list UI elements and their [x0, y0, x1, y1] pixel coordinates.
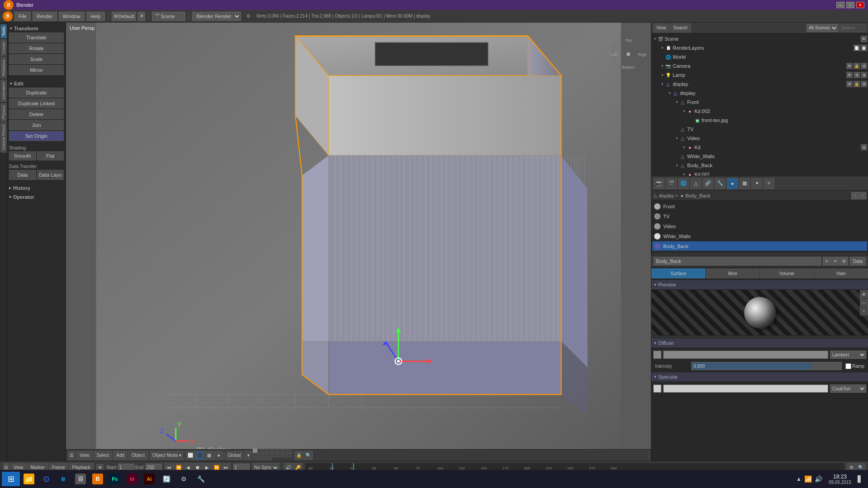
- layer-9[interactable]: [253, 453, 257, 457]
- help-menu[interactable]: Help: [86, 12, 105, 21]
- outliner-search-input[interactable]: [839, 24, 866, 32]
- prop-modifier-icon[interactable]: 🔧: [715, 178, 726, 189]
- mat-list-scrollbar[interactable]: [652, 253, 867, 255]
- data-layo-button[interactable]: Data Layo: [37, 170, 64, 180]
- layer-2[interactable]: [258, 449, 262, 453]
- prop-texture-icon[interactable]: ▦: [739, 178, 750, 189]
- rotate-button[interactable]: Rotate: [9, 43, 64, 53]
- diffuse-section-title[interactable]: Diffuse: [651, 338, 868, 347]
- start-button[interactable]: ⊞: [2, 472, 20, 486]
- preview-section-title[interactable]: Preview: [651, 280, 868, 289]
- display-vis1[interactable]: 👁: [846, 81, 853, 87]
- renderlayers-btn2[interactable]: 📋: [861, 45, 867, 51]
- layer-20[interactable]: [268, 458, 272, 461]
- view-button[interactable]: View: [76, 451, 93, 460]
- outliner-item-tv[interactable]: ▾ △ TV: [652, 125, 867, 134]
- outliner-item-video[interactable]: ▾ △ Video: [652, 134, 867, 143]
- prop-material-icon[interactable]: ●: [727, 178, 738, 189]
- data-button[interactable]: Data: [850, 257, 866, 265]
- lock-icon[interactable]: 🔒: [294, 451, 303, 460]
- mat-copy-btn[interactable]: ⊞: [840, 257, 848, 265]
- taskbar-illustrator[interactable]: Ai: [141, 472, 157, 486]
- breadcrumb-up-btn[interactable]: ↑: [851, 192, 859, 199]
- duplicate-linked-button[interactable]: Duplicate Linked: [9, 99, 64, 108]
- wireframe-icon[interactable]: ⬜: [186, 451, 195, 460]
- show-desktop-btn[interactable]: ▋: [858, 475, 863, 483]
- physics-tab[interactable]: Physics: [0, 103, 7, 122]
- outliner-item-lamp[interactable]: ▾ 💡 Lamp 👁 ⚙ ★: [652, 70, 867, 80]
- camera-lock-btn[interactable]: 🔒: [854, 63, 860, 69]
- taskbar-app11[interactable]: 🔧: [193, 472, 209, 486]
- display-vis2[interactable]: 🔒: [854, 81, 860, 87]
- material-item-front[interactable]: Front: [652, 202, 867, 211]
- set-origin-button[interactable]: Set Origin: [9, 131, 64, 141]
- layer-4[interactable]: [268, 449, 272, 453]
- outliner-search-btn[interactable]: Search: [670, 23, 691, 33]
- specular-section-title[interactable]: Specular: [651, 372, 868, 381]
- taskbar-app5[interactable]: B: [90, 472, 106, 486]
- viewport[interactable]: User Persp: [66, 23, 651, 461]
- mat-tab-volume[interactable]: Volume: [760, 268, 814, 278]
- render-menu[interactable]: Render: [33, 12, 57, 21]
- taskbar-chrome[interactable]: ⊙: [38, 472, 54, 486]
- scene-input[interactable]: [160, 14, 183, 19]
- prev-btn-1[interactable]: ⊞: [860, 290, 868, 298]
- layer-19[interactable]: [263, 458, 267, 461]
- outliner-item-display-mesh[interactable]: ▾ △ display: [652, 89, 867, 98]
- solid-icon[interactable]: ⬛: [195, 451, 204, 460]
- layer-15[interactable]: [283, 453, 287, 457]
- magnify-icon[interactable]: 🔍: [304, 451, 313, 460]
- lamp-extra2[interactable]: ★: [861, 72, 867, 78]
- ramp-checkbox[interactable]: [845, 363, 851, 369]
- window-menu[interactable]: Window: [59, 12, 85, 21]
- taskbar-app4[interactable]: 🖥: [72, 472, 89, 486]
- prop-object-icon[interactable]: △: [690, 178, 701, 189]
- network-icon[interactable]: 📶: [804, 475, 812, 483]
- layer-5[interactable]: [273, 449, 277, 453]
- history-title[interactable]: History: [9, 185, 64, 191]
- display-vis3[interactable]: ⚙: [861, 81, 867, 87]
- material-item-white-walls[interactable]: White_Walls: [652, 231, 867, 241]
- create-tab[interactable]: Create: [0, 39, 7, 56]
- taskbar-photoshop[interactable]: Ps: [107, 472, 123, 486]
- layer-1[interactable]: [253, 449, 257, 453]
- specular-color-gradient[interactable]: [663, 385, 828, 393]
- pivot-dropdown[interactable]: Global: [226, 451, 243, 460]
- add-button[interactable]: Add: [113, 451, 127, 460]
- material-item-body-back[interactable]: Body_Back: [652, 241, 867, 251]
- kd-extra-btn[interactable]: ⊞: [861, 144, 867, 150]
- scenes-dropdown[interactable]: All Scenes: [807, 24, 838, 32]
- outliner-item-scene[interactable]: ▾ 🎬 Scene 👁: [652, 34, 867, 43]
- taskbar-filezilla[interactable]: 🔄: [158, 472, 175, 486]
- system-clock[interactable]: 18:23 09.05.2015: [825, 474, 855, 485]
- relations-tab[interactable]: Relations: [0, 57, 7, 79]
- layer-14[interactable]: [278, 453, 282, 457]
- outliner-item-front-tex[interactable]: ▾ ▣ front-tex.jpg: [652, 116, 867, 125]
- layer-12[interactable]: [268, 453, 272, 457]
- breadcrumb-add-btn[interactable]: +: [859, 192, 866, 199]
- delete-button[interactable]: Delete: [9, 109, 64, 119]
- prev-btn-3[interactable]: +: [860, 307, 868, 315]
- preview-scrollbar[interactable]: [651, 336, 868, 338]
- object-mode-dropdown[interactable]: Object Mode ▾: [150, 451, 184, 460]
- material-item-video[interactable]: Video: [652, 221, 867, 231]
- layer-17[interactable]: [253, 458, 257, 461]
- translate-button[interactable]: Translate: [9, 33, 64, 42]
- join-button[interactable]: Join: [9, 120, 64, 130]
- timeline-menu-icon[interactable]: ☰: [4, 465, 8, 470]
- outliner-item-camera[interactable]: ▾ 📷 Camera 👁 🔒 ⚙: [652, 61, 867, 70]
- layer-11[interactable]: [263, 453, 267, 457]
- scale-button[interactable]: Scale: [9, 54, 64, 64]
- smooth-button[interactable]: Smooth: [9, 151, 36, 160]
- mat-tab-wire[interactable]: Wire: [706, 268, 760, 278]
- select-button[interactable]: Select: [94, 451, 113, 460]
- mat-tab-surface[interactable]: Surface: [651, 268, 705, 278]
- rendered-icon[interactable]: ●: [214, 451, 223, 460]
- lamp-vis-btn[interactable]: 👁: [846, 72, 853, 78]
- tray-arrow[interactable]: ▲: [796, 476, 802, 482]
- flat-button[interactable]: Flat: [37, 151, 64, 160]
- diffuse-color-swatch[interactable]: [653, 351, 661, 359]
- volume-icon[interactable]: 🔊: [815, 475, 822, 483]
- renderlayers-btn1[interactable]: 📄: [854, 45, 860, 51]
- global-dropdown[interactable]: ▾: [244, 451, 252, 460]
